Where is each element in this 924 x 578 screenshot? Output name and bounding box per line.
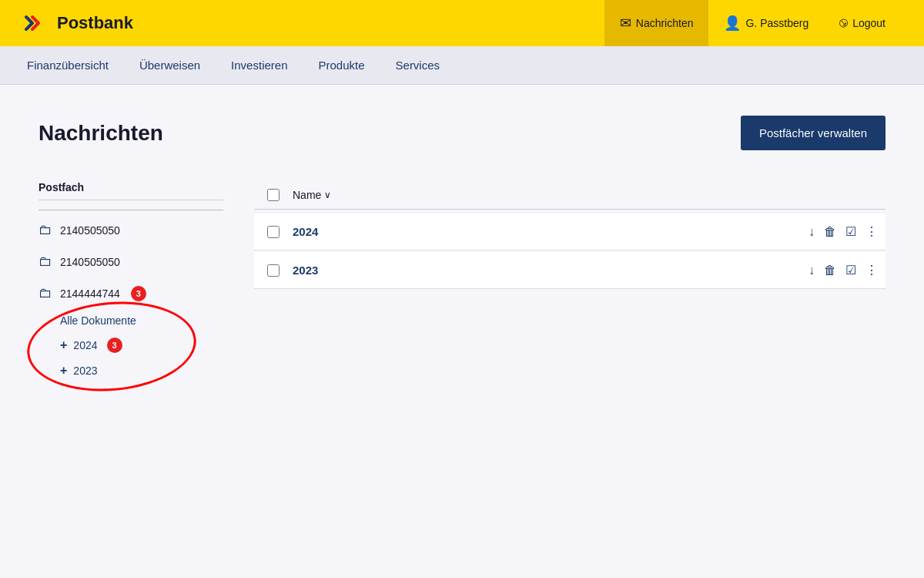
header-right-nav: ✉ Nachrichten 👤 G. Passtberg ⎋ Logout xyxy=(604,0,901,46)
table-row-2024: 2024 ↓ 🗑 ☑ ⋮ xyxy=(254,213,886,250)
page-title: Nachrichten xyxy=(38,121,163,146)
row-2023-checkbox[interactable] xyxy=(267,264,280,277)
page-header: Nachrichten Postfächer verwalten xyxy=(38,116,886,150)
main-nav: Finanzübersicht Überweisen Investieren P… xyxy=(0,46,924,85)
delete-icon-2024[interactable]: 🗑 xyxy=(824,225,836,239)
plus-icon-2024: + xyxy=(60,338,67,352)
sub-item-all-docs[interactable]: Alle Dokumente xyxy=(60,309,223,332)
all-docs-label: Alle Dokumente xyxy=(60,314,136,327)
logo-area: Postbank xyxy=(23,9,133,37)
acc3-badge: 3 xyxy=(131,286,146,301)
row-2023-actions: ↓ 🗑 ☑ ⋮ xyxy=(793,263,886,277)
sidebar: Postfach 🗀 2140505050 🗀 2140505050 🗀 214… xyxy=(38,181,239,383)
email-icon: ✉ xyxy=(620,15,631,32)
profile-label: G. Passtberg xyxy=(745,17,808,29)
main-content: Name ∨ 2024 ↓ 🗑 ☑ ⋮ xyxy=(239,181,886,383)
nav-ueberweisen[interactable]: Überweisen xyxy=(136,46,204,85)
postbank-logo-icon xyxy=(23,9,51,37)
nav-investieren[interactable]: Investieren xyxy=(227,46,291,85)
name-label: Name xyxy=(293,189,321,201)
acc1-label: 2140505050 xyxy=(60,224,120,237)
acc2-label: 2140505050 xyxy=(60,256,120,268)
sort-icon[interactable]: ∨ xyxy=(324,190,331,200)
sidebar-item-acc1[interactable]: 🗀 2140505050 xyxy=(38,214,223,246)
sidebar-item-acc3[interactable]: 🗀 2144444744 3 xyxy=(38,277,223,309)
logout-icon: ⎋ xyxy=(839,15,848,32)
delete-icon-2023[interactable]: 🗑 xyxy=(824,264,836,277)
header: Postbank ✉ Nachrichten 👤 G. Passtberg ⎋ … xyxy=(0,0,924,46)
select-all-checkbox[interactable] xyxy=(267,189,280,201)
row-2024-checkbox-col xyxy=(254,226,293,238)
sidebar-header: Postfach xyxy=(38,181,223,200)
two-col-layout: Postfach 🗀 2140505050 🗀 2140505050 🗀 214… xyxy=(38,181,886,383)
read-icon-2023[interactable]: ☑ xyxy=(845,263,856,277)
folder-icon-acc1: 🗀 xyxy=(38,222,52,238)
header-nav-profile[interactable]: 👤 G. Passtberg xyxy=(708,0,824,46)
header-nav-nachrichten[interactable]: ✉ Nachrichten xyxy=(604,0,709,46)
nav-services[interactable]: Services xyxy=(392,46,444,85)
nav-produkte[interactable]: Produkte xyxy=(314,46,368,85)
nachrichten-label: Nachrichten xyxy=(636,17,694,29)
download-icon-2024[interactable]: ↓ xyxy=(808,225,815,239)
folder-icon-acc3: 🗀 xyxy=(38,285,52,301)
row-2023-name[interactable]: 2023 xyxy=(293,264,793,277)
row-2023-checkbox-col xyxy=(254,264,293,277)
year-2024-label: 2024 xyxy=(73,339,97,351)
sub-item-year-2023[interactable]: + 2023 xyxy=(60,358,223,383)
header-checkbox-col xyxy=(254,189,293,201)
content-area: Nachrichten Postfächer verwalten Postfac… xyxy=(0,85,924,578)
manage-mailboxes-button[interactable]: Postfächer verwalten xyxy=(741,116,886,150)
more-icon-2024[interactable]: ⋮ xyxy=(865,224,878,239)
row-2024-name[interactable]: 2024 xyxy=(293,225,793,238)
year-2024-badge: 3 xyxy=(107,338,122,353)
sidebar-item-acc2[interactable]: 🗀 2140505050 xyxy=(38,246,223,277)
table-row-2023: 2023 ↓ 🗑 ☑ ⋮ xyxy=(254,252,886,289)
logout-label: Logout xyxy=(852,17,886,29)
plus-icon-2023: + xyxy=(60,364,67,378)
user-icon: 👤 xyxy=(724,15,741,32)
download-icon-2023[interactable]: ↓ xyxy=(808,264,815,277)
table-header: Name ∨ xyxy=(254,181,886,210)
logo-text: Postbank xyxy=(57,13,133,33)
read-icon-2024[interactable]: ☑ xyxy=(845,224,856,239)
acc3-label: 2144444744 xyxy=(60,287,120,300)
year-2023-label: 2023 xyxy=(73,365,97,377)
row-2024-actions: ↓ 🗑 ☑ ⋮ xyxy=(793,224,886,239)
header-nav-logout[interactable]: ⎋ Logout xyxy=(824,0,901,46)
folder-icon-acc2: 🗀 xyxy=(38,254,52,270)
sub-item-year-2024[interactable]: + 2024 3 xyxy=(60,332,223,358)
more-icon-2023[interactable]: ⋮ xyxy=(865,263,878,277)
sub-items-acc3: Alle Dokumente + 2024 3 + 2023 xyxy=(38,309,223,383)
name-col-header: Name ∨ xyxy=(293,189,793,201)
row-2024-checkbox[interactable] xyxy=(267,226,280,238)
nav-finanzuebersicht[interactable]: Finanzübersicht xyxy=(23,46,112,85)
